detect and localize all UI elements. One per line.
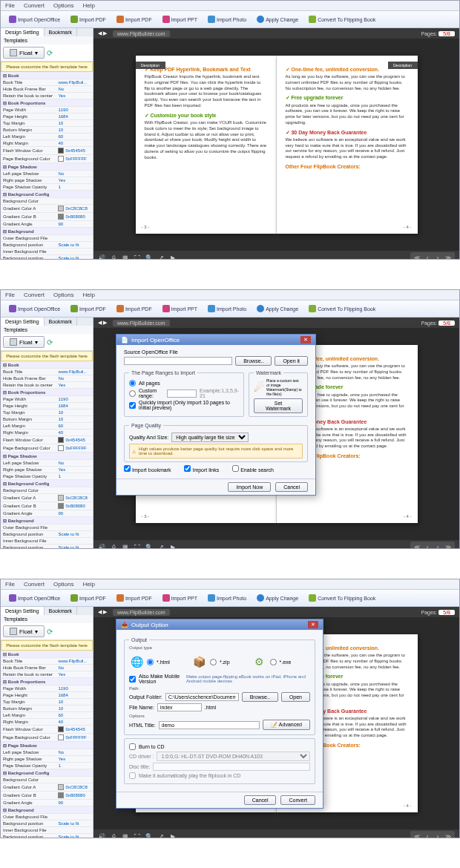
property-row[interactable]: Right page ShadowYes bbox=[1, 467, 93, 473]
import-ppt-button[interactable]: Import PPT bbox=[159, 13, 201, 25]
import-pdf-button-2[interactable]: Import PDF bbox=[113, 13, 156, 25]
template-float-button[interactable]: Float▾ bbox=[3, 47, 45, 59]
print-icon[interactable]: ⎙ bbox=[110, 254, 117, 260]
disc-title-input[interactable] bbox=[153, 763, 310, 771]
property-row[interactable]: ⊟ Book Proportions bbox=[1, 678, 93, 685]
property-row[interactable]: Inner Background File bbox=[1, 249, 93, 255]
browse-button[interactable]: Browse.. bbox=[242, 692, 278, 702]
property-row[interactable]: ⊟ Background Config bbox=[1, 480, 93, 487]
property-row[interactable]: Right Margin40 bbox=[1, 430, 93, 436]
property-row[interactable]: Left page ShadowNo bbox=[1, 749, 93, 756]
menu-options[interactable]: Options bbox=[53, 2, 74, 9]
property-row[interactable]: Background Color bbox=[1, 777, 93, 783]
property-row[interactable]: ⊟ Page Shadow bbox=[1, 742, 93, 749]
property-row[interactable]: Right Margin40 bbox=[1, 719, 93, 726]
custom-range-radio[interactable] bbox=[129, 390, 136, 397]
play-icon[interactable]: ▶ bbox=[169, 254, 177, 260]
page-indicator[interactable]: 5/8 bbox=[438, 31, 455, 36]
import-links-checkbox[interactable] bbox=[184, 465, 191, 472]
open-button[interactable]: Open it bbox=[275, 356, 308, 366]
property-row[interactable]: ⊟ Page Shadow bbox=[1, 163, 93, 171]
property-row[interactable]: Right Margin40 bbox=[1, 140, 93, 147]
html-title-input[interactable] bbox=[159, 721, 260, 729]
import-bookmark-checkbox[interactable] bbox=[124, 465, 131, 472]
property-row[interactable]: ⊟ Book Proportions bbox=[1, 389, 93, 396]
property-row[interactable]: Retain the book to centerYes bbox=[1, 382, 93, 389]
prev-page-icon[interactable]: ‹ bbox=[424, 254, 431, 260]
property-row[interactable]: Bottom Margin10 bbox=[1, 706, 93, 712]
property-row[interactable]: Page Height1684 bbox=[1, 114, 93, 120]
property-row[interactable]: Bottom Margin10 bbox=[1, 416, 93, 423]
output-zip-radio[interactable] bbox=[210, 659, 217, 665]
mobile-version-checkbox[interactable] bbox=[129, 676, 136, 683]
property-row[interactable]: Background positionScale to fit bbox=[1, 255, 93, 260]
close-icon[interactable]: ✕ bbox=[308, 621, 318, 628]
property-row[interactable]: Background positionScale to fit bbox=[1, 834, 93, 839]
property-row[interactable]: Gradient Color B0x808080 bbox=[1, 792, 93, 800]
advanced-button[interactable]: 📝 Advanced bbox=[263, 720, 310, 730]
property-row[interactable]: Page Width1190 bbox=[1, 396, 93, 403]
property-row[interactable]: Outer Background File bbox=[1, 814, 93, 821]
property-row[interactable]: ⊟ Book bbox=[1, 72, 93, 79]
property-row[interactable]: Flash Window Color0x454545 bbox=[1, 436, 93, 444]
property-row[interactable]: Gradient Color B0x808080 bbox=[1, 213, 93, 221]
tab-design-setting[interactable]: Design Setting bbox=[1, 28, 45, 36]
sound-icon[interactable]: 🔊 bbox=[98, 254, 105, 260]
property-row[interactable]: ⊟ Book Proportions bbox=[1, 99, 93, 107]
property-row[interactable]: Page Background Color0xFFFFFF bbox=[1, 734, 93, 742]
zoom-icon[interactable]: 🔍 bbox=[145, 254, 153, 260]
property-row[interactable]: Page Width1190 bbox=[1, 107, 93, 114]
property-row[interactable]: Book Titlewww.FlipBuil... bbox=[1, 369, 93, 375]
property-row[interactable]: Hide Book Frame BarNo bbox=[1, 375, 93, 382]
menu-file[interactable]: File bbox=[5, 2, 15, 9]
property-row[interactable]: ⊟ Background bbox=[1, 228, 93, 235]
property-row[interactable]: ⊟ Background Config bbox=[1, 191, 93, 198]
all-pages-radio[interactable] bbox=[129, 380, 136, 387]
apply-change-button[interactable]: Apply Change bbox=[253, 13, 302, 25]
property-row[interactable]: ⊟ Book bbox=[1, 651, 93, 658]
next-page-icon[interactable]: › bbox=[434, 254, 441, 260]
property-row[interactable]: Page Shadow Opacity1 bbox=[1, 184, 93, 191]
property-grid[interactable]: ⊟ BookBook Titlewww.FlipBuil...Hide Book… bbox=[1, 72, 93, 260]
last-page-icon[interactable]: ≫ bbox=[444, 254, 452, 260]
import-openoffice-button[interactable]: Import OpenOffice bbox=[5, 13, 64, 25]
property-row[interactable]: Page Background Color0xFFFFFF bbox=[1, 155, 93, 163]
property-row[interactable]: Right page ShadowYes bbox=[1, 177, 93, 184]
enable-search-checkbox[interactable] bbox=[232, 465, 239, 472]
property-row[interactable]: Background positionScale to fit bbox=[1, 242, 93, 249]
property-row[interactable]: Page Background Color0xFFFFFF bbox=[1, 444, 93, 453]
property-row[interactable]: ⊟ Page Shadow bbox=[1, 453, 93, 460]
template-refresh-icon[interactable]: ⟳ bbox=[47, 49, 53, 57]
property-row[interactable]: Retain the book to centerYes bbox=[1, 671, 93, 678]
property-row[interactable]: Right page ShadowYes bbox=[1, 756, 93, 763]
property-row[interactable]: Left Margin60 bbox=[1, 712, 93, 719]
custom-range-input[interactable] bbox=[167, 389, 197, 398]
property-row[interactable]: Background positionScale to fit bbox=[1, 531, 93, 538]
fullscreen-icon[interactable]: ⛶ bbox=[134, 254, 141, 260]
output-html-radio[interactable] bbox=[147, 659, 154, 665]
import-photo-button[interactable]: Import Photo bbox=[204, 13, 250, 25]
autoplay-checkbox[interactable] bbox=[129, 772, 136, 779]
property-row[interactable]: ⊟ Background bbox=[1, 517, 93, 525]
property-row[interactable]: Background Color bbox=[1, 487, 93, 494]
property-row[interactable]: Gradient Angle90 bbox=[1, 510, 93, 517]
property-row[interactable]: Gradient Angle90 bbox=[1, 800, 93, 806]
property-row[interactable]: Gradient Color A0xC8C8C8 bbox=[1, 494, 93, 502]
property-row[interactable]: Left Margin60 bbox=[1, 134, 93, 140]
property-row[interactable]: Top Margin10 bbox=[1, 120, 93, 127]
property-row[interactable]: ⊟ Background bbox=[1, 806, 93, 814]
property-row[interactable]: Background positionScale to fit bbox=[1, 545, 93, 550]
property-row[interactable]: Retain the book to centerYes bbox=[1, 93, 93, 99]
property-row[interactable]: Page Height1684 bbox=[1, 692, 93, 699]
property-row[interactable]: Hide Book Frame BarNo bbox=[1, 86, 93, 93]
source-file-input[interactable] bbox=[124, 357, 232, 365]
property-row[interactable]: ⊟ Book bbox=[1, 361, 93, 369]
property-row[interactable]: Gradient Color B0x808080 bbox=[1, 502, 93, 510]
property-row[interactable]: Top Margin10 bbox=[1, 699, 93, 706]
property-row[interactable]: Outer Background File bbox=[1, 235, 93, 242]
property-row[interactable]: Left page ShadowNo bbox=[1, 171, 93, 177]
property-row[interactable]: Top Margin10 bbox=[1, 410, 93, 416]
book-page-left[interactable]: Description ✓ Keep PDF Hyperlink, Bookma… bbox=[136, 56, 277, 234]
property-row[interactable]: Outer Background File bbox=[1, 525, 93, 531]
property-row[interactable]: Page Shadow Opacity1 bbox=[1, 473, 93, 480]
